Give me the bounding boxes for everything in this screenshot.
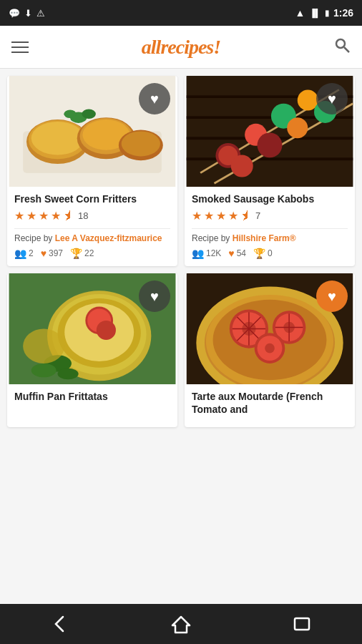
trophies-count-k: 0: [268, 248, 273, 258]
svg-marker-65: [172, 617, 190, 633]
heart-icon-kabobs: ♥: [328, 92, 336, 106]
likes-count-k: 54: [237, 248, 246, 258]
svg-point-44: [23, 329, 64, 364]
divider-1: [14, 228, 170, 229]
recipe-info-corn-fritters: Fresh Sweet Corn Fritters ★ ★ ★ ★ ⯨ 18 R…: [7, 187, 177, 266]
svg-point-63: [265, 343, 275, 353]
recipe-image-corn-fritters: ♥: [7, 76, 177, 187]
star-3: ★: [39, 209, 49, 223]
notification-icon: 💬: [9, 8, 20, 19]
trophy-icon-k: 🏆: [253, 248, 265, 259]
favorite-button-tarte[interactable]: ♥: [316, 280, 348, 312]
likes-stat: ♥ 397: [41, 248, 63, 259]
recipe-title-tarte: Tarte aux Moutarde (French Tomato and: [192, 390, 348, 416]
review-count-corn-fritters: 18: [78, 210, 88, 221]
recipe-title-kabobs: Smoked Sausage Kabobs: [192, 192, 348, 205]
star-half: ⯨: [63, 210, 74, 223]
recipe-rating-kabobs: ★ ★ ★ ★ ⯨ 7: [192, 209, 348, 223]
svg-point-11: [122, 132, 160, 157]
recipe-rating-corn-fritters: ★ ★ ★ ★ ⯨ 18: [14, 209, 170, 223]
people-icon: 👥: [14, 248, 26, 259]
app-logo: allrecipes!: [142, 36, 220, 59]
status-icons-right: ▲ ▐▌ ▮ 1:26: [295, 7, 353, 19]
recipe-info-kabobs: Smoked Sausage Kabobs ★ ★ ★ ★ ⯨ 7 Recipe…: [185, 187, 355, 266]
content-area: ♥ Fresh Sweet Corn Fritters ★ ★ ★ ★ ⯨ 18…: [0, 69, 362, 604]
likes-count: 397: [49, 248, 63, 258]
svg-rect-66: [295, 618, 309, 630]
wifi-icon: ▲: [295, 7, 305, 19]
star-k2: ★: [204, 209, 214, 223]
saves-count-k: 12K: [206, 248, 221, 258]
svg-point-30: [287, 117, 308, 138]
trophies-stat: 🏆 22: [70, 248, 94, 259]
favorite-button-kabobs[interactable]: ♥: [316, 83, 348, 114]
trophies-count: 22: [84, 248, 94, 258]
recipe-card-tarte[interactable]: ♥ Tarte aux Moutarde (French Tomato and: [185, 273, 355, 426]
svg-line-1: [344, 47, 349, 52]
hamburger-line-1: [11, 42, 29, 43]
search-button[interactable]: [333, 36, 351, 58]
svg-point-29: [258, 132, 283, 157]
svg-point-0: [336, 39, 345, 48]
logo-text: allrecipes: [142, 36, 213, 58]
recipe-info-tarte: Tarte aux Moutarde (French Tomato and: [185, 384, 355, 426]
recipe-by-label: Recipe by: [14, 233, 52, 243]
recipe-author-corn-fritters: Lee A Vazquez-fitzmaurice: [55, 233, 162, 243]
bottom-navigation: [0, 604, 362, 644]
svg-point-14: [64, 109, 76, 118]
recipe-author-kabobs: Hillshire Farm®: [233, 233, 296, 243]
warning-icon: ⚠: [36, 8, 45, 19]
saves-stat: 👥 2: [14, 248, 34, 259]
svg-point-6: [31, 122, 84, 155]
svg-point-28: [231, 155, 253, 177]
recipe-stats-corn-fritters: 👥 2 ♥ 397 🏆 22: [14, 248, 170, 259]
recipe-title-corn-fritters: Fresh Sweet Corn Fritters: [14, 192, 170, 205]
hamburger-line-2: [11, 47, 29, 48]
star-1: ★: [14, 209, 24, 223]
menu-button[interactable]: [11, 42, 29, 53]
recipe-image-tarte: ♥: [185, 273, 355, 384]
status-bar: 💬 ⬇ ⚠ ▲ ▐▌ ▮ 1:26: [0, 0, 362, 26]
recipe-meta-corn-fritters: Recipe by Lee A Vazquez-fitzmaurice: [14, 233, 170, 243]
star-2: ★: [26, 209, 36, 223]
star-k4: ★: [228, 209, 238, 223]
heart-stat-icon: ♥: [41, 248, 47, 259]
star-k-half: ⯨: [240, 210, 252, 223]
time-display: 1:26: [333, 7, 353, 19]
home-button[interactable]: [160, 608, 202, 640]
svg-point-43: [58, 369, 79, 380]
svg-point-42: [31, 364, 57, 377]
recipe-stats-kabobs: 👥 12K ♥ 54 🏆 0: [192, 248, 348, 259]
recents-button[interactable]: [280, 608, 323, 640]
star-k3: ★: [216, 209, 226, 223]
back-button[interactable]: [39, 608, 82, 640]
signal-icon: ▐▌: [309, 9, 321, 17]
trophies-stat-k: 🏆 0: [253, 248, 273, 259]
recipe-card-frittatas[interactable]: ♥ Muffin Pan Frittatas: [7, 273, 177, 426]
recipe-card-corn-fritters[interactable]: ♥ Fresh Sweet Corn Fritters ★ ★ ★ ★ ⯨ 18…: [7, 76, 177, 266]
saves-count: 2: [29, 248, 34, 258]
recipe-card-kabobs[interactable]: ♥ Smoked Sausage Kabobs ★ ★ ★ ★ ⯨ 7 Reci…: [185, 76, 355, 266]
star-k1: ★: [192, 209, 202, 223]
recipe-meta-kabobs: Recipe by Hillshire Farm®: [192, 233, 348, 243]
logo-exclamation: !: [213, 36, 220, 58]
heart-icon-tarte: ♥: [328, 289, 336, 303]
hamburger-line-3: [11, 52, 29, 53]
heart-icon: ♥: [150, 92, 159, 106]
svg-point-13: [82, 109, 95, 119]
divider-2: [192, 228, 348, 229]
download-icon: ⬇: [24, 8, 32, 19]
star-4: ★: [51, 209, 61, 223]
recipe-title-frittatas: Muffin Pan Frittatas: [14, 390, 170, 403]
favorite-button-frittatas[interactable]: ♥: [139, 280, 170, 312]
recipe-info-frittatas: Muffin Pan Frittatas: [7, 384, 177, 414]
status-icons-left: 💬 ⬇ ⚠: [9, 8, 45, 19]
recipe-image-frittatas: ♥: [7, 273, 177, 384]
recipe-grid: ♥ Fresh Sweet Corn Fritters ★ ★ ★ ★ ⯨ 18…: [7, 76, 355, 427]
saves-stat-k: 👥 12K: [192, 248, 221, 259]
people-icon-k: 👥: [192, 248, 204, 259]
review-count-kabobs: 7: [255, 210, 260, 221]
recipe-by-label-k: Recipe by: [192, 233, 230, 243]
top-navigation: allrecipes!: [0, 26, 362, 69]
favorite-button-corn-fritters[interactable]: ♥: [139, 83, 170, 114]
